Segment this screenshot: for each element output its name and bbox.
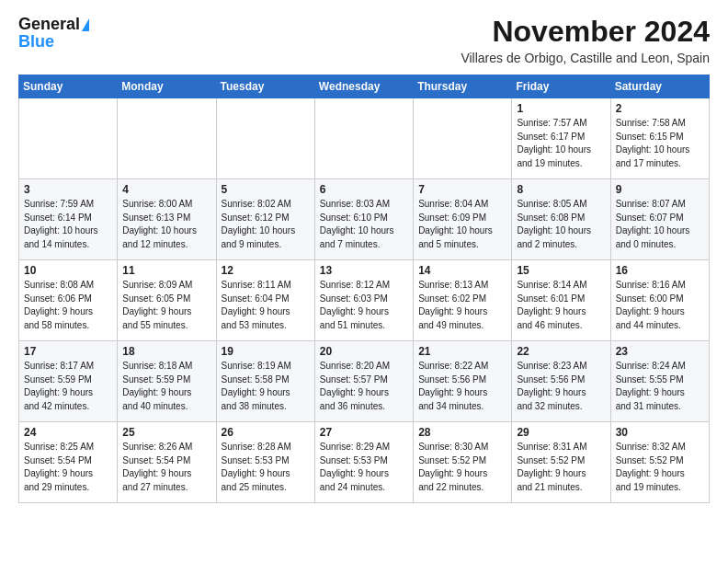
day-info: Sunrise: 8:14 AM Sunset: 6:01 PM Dayligh… xyxy=(517,279,605,332)
day-number: 3 xyxy=(24,183,112,196)
title-area: November 2024 Villares de Orbigo, Castil… xyxy=(461,15,710,65)
col-header-saturday: Saturday xyxy=(610,75,709,98)
day-info: Sunrise: 8:04 AM Sunset: 6:09 PM Dayligh… xyxy=(418,198,506,251)
logo-triangle-icon xyxy=(82,18,89,31)
calendar-cell xyxy=(414,98,512,179)
col-header-wednesday: Wednesday xyxy=(314,75,413,98)
calendar-cell: 12Sunrise: 8:11 AM Sunset: 6:04 PM Dayli… xyxy=(216,260,314,341)
logo-blue: Blue xyxy=(18,32,54,52)
col-header-tuesday: Tuesday xyxy=(216,75,314,98)
col-header-friday: Friday xyxy=(512,75,610,98)
calendar-cell: 26Sunrise: 8:28 AM Sunset: 5:53 PM Dayli… xyxy=(216,422,314,503)
day-number: 4 xyxy=(122,183,210,196)
day-info: Sunrise: 7:57 AM Sunset: 6:17 PM Dayligh… xyxy=(517,117,605,170)
day-number: 19 xyxy=(222,345,310,358)
day-number: 16 xyxy=(616,264,704,277)
day-number: 28 xyxy=(418,426,506,439)
day-number: 23 xyxy=(616,345,704,358)
calendar-cell: 9Sunrise: 8:07 AM Sunset: 6:07 PM Daylig… xyxy=(610,179,709,260)
day-number: 7 xyxy=(418,183,506,196)
calendar-cell: 17Sunrise: 8:17 AM Sunset: 5:59 PM Dayli… xyxy=(19,341,118,422)
calendar-cell: 23Sunrise: 8:24 AM Sunset: 5:55 PM Dayli… xyxy=(610,341,709,422)
calendar-cell xyxy=(314,98,413,179)
calendar-cell: 8Sunrise: 8:05 AM Sunset: 6:08 PM Daylig… xyxy=(512,179,610,260)
logo: General Blue xyxy=(18,15,89,52)
calendar-cell: 27Sunrise: 8:29 AM Sunset: 5:53 PM Dayli… xyxy=(314,422,413,503)
calendar-cell: 18Sunrise: 8:18 AM Sunset: 5:59 PM Dayli… xyxy=(118,341,216,422)
col-header-monday: Monday xyxy=(118,75,216,98)
day-number: 10 xyxy=(24,264,112,277)
day-number: 6 xyxy=(320,183,408,196)
day-number: 22 xyxy=(517,345,605,358)
day-number: 17 xyxy=(24,345,112,358)
day-info: Sunrise: 8:17 AM Sunset: 5:59 PM Dayligh… xyxy=(24,360,112,413)
calendar-cell: 3Sunrise: 7:59 AM Sunset: 6:14 PM Daylig… xyxy=(19,179,118,260)
calendar-header-row: SundayMondayTuesdayWednesdayThursdayFrid… xyxy=(19,75,710,98)
day-info: Sunrise: 8:32 AM Sunset: 5:52 PM Dayligh… xyxy=(616,441,704,494)
calendar-cell: 7Sunrise: 8:04 AM Sunset: 6:09 PM Daylig… xyxy=(414,179,512,260)
page: General Blue November 2024 Villares de O… xyxy=(0,0,728,514)
day-info: Sunrise: 8:02 AM Sunset: 6:12 PM Dayligh… xyxy=(222,198,310,251)
day-number: 8 xyxy=(517,183,605,196)
day-info: Sunrise: 8:03 AM Sunset: 6:10 PM Dayligh… xyxy=(320,198,408,251)
day-info: Sunrise: 8:08 AM Sunset: 6:06 PM Dayligh… xyxy=(24,279,112,332)
col-header-sunday: Sunday xyxy=(19,75,118,98)
col-header-thursday: Thursday xyxy=(414,75,512,98)
day-info: Sunrise: 8:22 AM Sunset: 5:56 PM Dayligh… xyxy=(418,360,506,413)
calendar-cell: 28Sunrise: 8:30 AM Sunset: 5:52 PM Dayli… xyxy=(414,422,512,503)
calendar-cell: 21Sunrise: 8:22 AM Sunset: 5:56 PM Dayli… xyxy=(414,341,512,422)
calendar-cell: 15Sunrise: 8:14 AM Sunset: 6:01 PM Dayli… xyxy=(512,260,610,341)
day-number: 20 xyxy=(320,345,408,358)
day-info: Sunrise: 8:20 AM Sunset: 5:57 PM Dayligh… xyxy=(320,360,408,413)
day-info: Sunrise: 8:24 AM Sunset: 5:55 PM Dayligh… xyxy=(616,360,704,413)
day-number: 15 xyxy=(517,264,605,277)
day-number: 27 xyxy=(320,426,408,439)
calendar-cell: 4Sunrise: 8:00 AM Sunset: 6:13 PM Daylig… xyxy=(118,179,216,260)
logo-general: General xyxy=(18,15,80,34)
day-info: Sunrise: 7:59 AM Sunset: 6:14 PM Dayligh… xyxy=(24,198,112,251)
day-info: Sunrise: 8:00 AM Sunset: 6:13 PM Dayligh… xyxy=(122,198,210,251)
calendar-cell: 24Sunrise: 8:25 AM Sunset: 5:54 PM Dayli… xyxy=(19,422,118,503)
day-info: Sunrise: 8:28 AM Sunset: 5:53 PM Dayligh… xyxy=(222,441,310,494)
day-info: Sunrise: 8:07 AM Sunset: 6:07 PM Dayligh… xyxy=(616,198,704,251)
day-info: Sunrise: 8:23 AM Sunset: 5:56 PM Dayligh… xyxy=(517,360,605,413)
day-info: Sunrise: 8:16 AM Sunset: 6:00 PM Dayligh… xyxy=(616,279,704,332)
day-number: 25 xyxy=(122,426,210,439)
calendar-cell: 30Sunrise: 8:32 AM Sunset: 5:52 PM Dayli… xyxy=(610,422,709,503)
day-number: 11 xyxy=(122,264,210,277)
day-info: Sunrise: 8:18 AM Sunset: 5:59 PM Dayligh… xyxy=(122,360,210,413)
day-number: 21 xyxy=(418,345,506,358)
calendar-cell xyxy=(216,98,314,179)
day-info: Sunrise: 8:31 AM Sunset: 5:52 PM Dayligh… xyxy=(517,441,605,494)
header: General Blue November 2024 Villares de O… xyxy=(18,15,710,65)
calendar-week-4: 17Sunrise: 8:17 AM Sunset: 5:59 PM Dayli… xyxy=(19,341,710,422)
calendar-cell: 19Sunrise: 8:19 AM Sunset: 5:58 PM Dayli… xyxy=(216,341,314,422)
calendar-cell: 10Sunrise: 8:08 AM Sunset: 6:06 PM Dayli… xyxy=(19,260,118,341)
calendar-table: SundayMondayTuesdayWednesdayThursdayFrid… xyxy=(18,75,710,503)
day-info: Sunrise: 8:09 AM Sunset: 6:05 PM Dayligh… xyxy=(122,279,210,332)
day-number: 26 xyxy=(222,426,310,439)
day-number: 13 xyxy=(320,264,408,277)
day-info: Sunrise: 8:29 AM Sunset: 5:53 PM Dayligh… xyxy=(320,441,408,494)
day-number: 12 xyxy=(222,264,310,277)
day-info: Sunrise: 8:13 AM Sunset: 6:02 PM Dayligh… xyxy=(418,279,506,332)
day-info: Sunrise: 8:30 AM Sunset: 5:52 PM Dayligh… xyxy=(418,441,506,494)
calendar-cell: 2Sunrise: 7:58 AM Sunset: 6:15 PM Daylig… xyxy=(610,98,709,179)
calendar-cell: 14Sunrise: 8:13 AM Sunset: 6:02 PM Dayli… xyxy=(414,260,512,341)
day-number: 14 xyxy=(418,264,506,277)
day-info: Sunrise: 8:05 AM Sunset: 6:08 PM Dayligh… xyxy=(517,198,605,251)
day-number: 29 xyxy=(517,426,605,439)
calendar-cell: 25Sunrise: 8:26 AM Sunset: 5:54 PM Dayli… xyxy=(118,422,216,503)
calendar-cell: 1Sunrise: 7:57 AM Sunset: 6:17 PM Daylig… xyxy=(512,98,610,179)
calendar-cell: 20Sunrise: 8:20 AM Sunset: 5:57 PM Dayli… xyxy=(314,341,413,422)
day-info: Sunrise: 8:11 AM Sunset: 6:04 PM Dayligh… xyxy=(222,279,310,332)
day-info: Sunrise: 8:12 AM Sunset: 6:03 PM Dayligh… xyxy=(320,279,408,332)
calendar-week-2: 3Sunrise: 7:59 AM Sunset: 6:14 PM Daylig… xyxy=(19,179,710,260)
calendar-cell: 22Sunrise: 8:23 AM Sunset: 5:56 PM Dayli… xyxy=(512,341,610,422)
day-number: 18 xyxy=(122,345,210,358)
day-number: 30 xyxy=(616,426,704,439)
day-info: Sunrise: 8:25 AM Sunset: 5:54 PM Dayligh… xyxy=(24,441,112,494)
calendar-cell: 11Sunrise: 8:09 AM Sunset: 6:05 PM Dayli… xyxy=(118,260,216,341)
day-number: 9 xyxy=(616,183,704,196)
day-number: 2 xyxy=(616,102,704,115)
